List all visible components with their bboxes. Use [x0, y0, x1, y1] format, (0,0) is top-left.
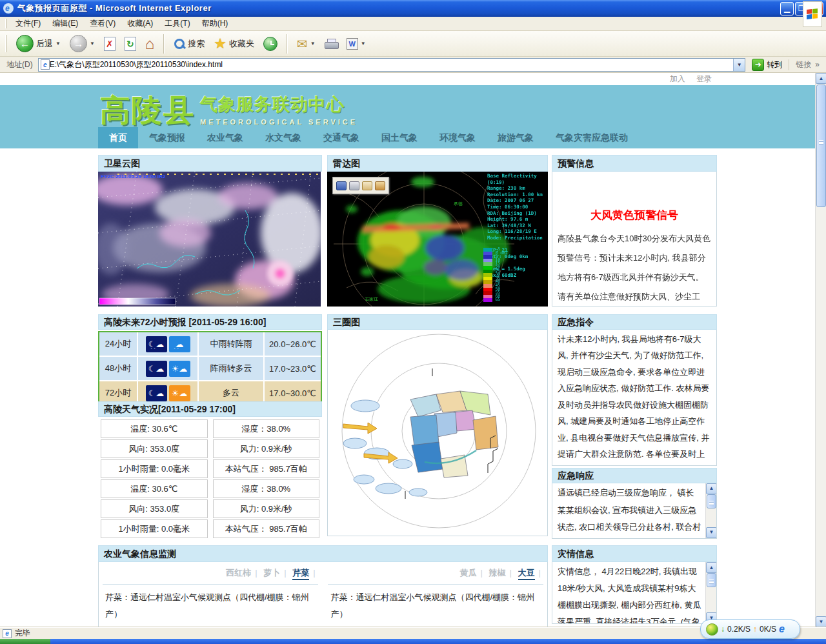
menu-favorites[interactable]: 收藏(A)	[121, 17, 159, 30]
net-speed-widget[interactable]: ↓ 0.2K/S ↑ 0K/S e	[700, 619, 800, 639]
scroll-thumb[interactable]	[707, 494, 716, 508]
taskbar[interactable]	[0, 639, 826, 644]
links-label[interactable]: 链接	[796, 59, 811, 70]
mail-button[interactable]: ✉▼	[294, 35, 318, 53]
refresh-button[interactable]: ↻	[122, 35, 139, 52]
three-circle-map[interactable]	[327, 330, 548, 536]
edit-dropdown-icon[interactable]: ▼	[361, 41, 366, 46]
links-zone[interactable]: 链接 »	[789, 59, 826, 70]
nav-disaster-linkage[interactable]: 气象灾害应急联动	[545, 127, 639, 148]
address-input[interactable]: e E:\气象台\原型20110530\原型20110530\index.htm…	[38, 58, 746, 72]
scroll-up-icon[interactable]: ▲	[706, 483, 717, 494]
menu-help[interactable]: 帮助(H)	[196, 17, 234, 30]
nav-hydrology[interactable]: 水文气象	[254, 127, 312, 148]
stop-button[interactable]: ✗	[101, 35, 118, 52]
address-label: 地址(D)	[0, 59, 38, 70]
page-scroll-thumb[interactable]	[816, 85, 826, 207]
top-links: 加入 登录	[0, 73, 815, 85]
favorites-button[interactable]: ★ 收藏夹	[211, 34, 257, 54]
print-button[interactable]	[322, 37, 340, 50]
day-cloudy-icon: ☀☁	[169, 385, 190, 401]
nav-agriculture[interactable]: 农业气象	[196, 127, 254, 148]
nav-tourism[interactable]: 旅游气象	[487, 127, 545, 148]
agri-right-section: 黄瓜| 辣椒| 大豆| 芹菜：通远仁村温室小气候观测点（四代棚/棚膜：锦州产）	[328, 562, 543, 627]
disaster-info-panel: 灾情信息 灾情信息， 4月22日晚22时, 我镇出现18米/秒大风, 大风造成我…	[552, 545, 717, 624]
tab-cucumber[interactable]: 黄瓜	[460, 568, 477, 578]
tab-tomato[interactable]: 西红柿	[226, 568, 251, 578]
menu-view[interactable]: 查看(V)	[84, 17, 121, 30]
radar-legend-labels: -5 0 dBZ 5 10 15 20 25 30 35 40 45 50 55…	[495, 248, 508, 302]
links-more-icon[interactable]: »	[815, 60, 820, 69]
night-cloud-icon: ☾☁	[146, 385, 167, 401]
join-link[interactable]: 加入	[670, 74, 685, 83]
satellite-image[interactable]: FY2C 2011-05-29 18:00 IR2	[98, 172, 322, 307]
svg-text:石家庄: 石家庄	[365, 297, 378, 302]
menu-file[interactable]: 文件(F)	[10, 17, 46, 30]
live-weather-title: 高陵天气实况[2011-05-29 17:00]	[98, 401, 322, 417]
favorites-star-icon: ★	[214, 35, 227, 52]
forward-dropdown-icon[interactable]: ▼	[90, 41, 95, 46]
go-arrow-icon: ➜	[752, 59, 764, 71]
live-wind-direction: 风向: 353.0度	[101, 439, 208, 458]
menu-tools[interactable]: 工具(T)	[159, 17, 196, 30]
window-title: 气象预报页面原型 - Microsoft Internet Explorer	[17, 3, 780, 14]
tab-radish[interactable]: 萝卜	[263, 568, 280, 578]
logo-title: 气象服务联动中心	[200, 93, 358, 116]
download-speed: 0.2K/S	[727, 625, 750, 634]
satellite-panel: 卫星云图	[98, 155, 322, 307]
address-dropdown-button[interactable]: ▼	[733, 59, 745, 71]
response-scrollbar[interactable]: ▲ ▼	[705, 483, 716, 538]
radar-export-icon[interactable]	[375, 181, 385, 190]
live-wind-direction: 风向: 353.0度	[101, 499, 208, 518]
menu-edit[interactable]: 编辑(E)	[46, 17, 84, 30]
back-dropdown-icon[interactable]: ▼	[55, 41, 61, 46]
forecast-row-24h: 24小时 ☾☁ ☁ 中雨转阵雨 20.0~26.0℃	[99, 332, 321, 356]
live-weather-grid: 温度: 30.6℃ 湿度：38.0% 风向: 353.0度 风力: 0.9米/秒…	[98, 418, 322, 539]
disaster-scrollbar[interactable]: ▲ ▼	[705, 562, 716, 623]
scroll-thumb[interactable]	[707, 573, 716, 587]
radar-print-icon[interactable]	[349, 181, 359, 190]
refresh-icon: ↻	[125, 37, 136, 51]
home-button[interactable]: ⌂	[143, 36, 157, 52]
tab-celery[interactable]: 芹菜	[292, 568, 309, 580]
nav-home[interactable]: 首页	[98, 127, 138, 148]
tab-soybean[interactable]: 大豆	[518, 568, 535, 580]
back-button[interactable]: ← 后退 ▼	[14, 34, 63, 54]
night-cloud-icon: ☾☁	[146, 361, 167, 377]
edit-button[interactable]: W▼	[344, 37, 368, 51]
nav-weather-forecast[interactable]: 气象预报	[138, 127, 196, 148]
menu-bar: 文件(F) 编辑(E) 查看(V) 收藏(A) 工具(T) 帮助(H)	[0, 17, 826, 31]
nav-traffic[interactable]: 交通气象	[312, 127, 370, 148]
radar-mail-icon[interactable]	[362, 181, 372, 190]
minimize-button[interactable]: ▁	[780, 2, 794, 15]
satellite-panel-title: 卫星云图	[98, 155, 322, 172]
svg-text:e: e	[5, 4, 10, 13]
go-label: 转到	[767, 59, 782, 70]
page-scroll-up-icon[interactable]: ▲	[816, 73, 826, 84]
forecast-weather: 中雨转阵雨	[199, 332, 263, 356]
forecast-panel-title: 高陵未来72小时预报 [2011-05-29 16:00]	[98, 314, 322, 330]
menu-grip	[5, 19, 7, 28]
search-button[interactable]: 搜索	[171, 37, 207, 51]
forward-button[interactable]: → ▼	[67, 34, 97, 54]
windows-logo	[803, 1, 822, 27]
scroll-up-icon[interactable]: ▲	[706, 562, 717, 573]
mail-dropdown-icon[interactable]: ▼	[310, 41, 316, 46]
address-value[interactable]: E:\气象台\原型20110530\原型20110530\index.html	[50, 59, 734, 70]
login-link[interactable]: 登录	[696, 74, 712, 83]
page-scrollbar[interactable]: ▲ ▼	[815, 73, 826, 627]
radar-image[interactable]: 石家庄 承德 Base Reflectivity (0:19) Range: 2…	[327, 172, 548, 307]
live-rainfall: 1小时雨量: 0.0毫米	[101, 519, 208, 538]
scroll-down-icon[interactable]: ▼	[706, 527, 717, 538]
radar-panel: 雷达图	[327, 155, 548, 307]
radar-legend-swatch	[483, 298, 492, 302]
history-button[interactable]	[261, 35, 280, 52]
page-ie-icon: e	[41, 59, 50, 70]
ie-window-icon: e	[3, 3, 14, 14]
tab-pepper[interactable]: 辣椒	[489, 568, 506, 578]
radar-save-icon[interactable]	[336, 181, 347, 190]
go-button[interactable]: ➜ 转到	[745, 59, 789, 71]
nav-environment[interactable]: 环境气象	[428, 127, 487, 148]
page-scroll-down-icon[interactable]: ▼	[816, 616, 826, 627]
nav-land[interactable]: 国土气象	[370, 127, 428, 148]
